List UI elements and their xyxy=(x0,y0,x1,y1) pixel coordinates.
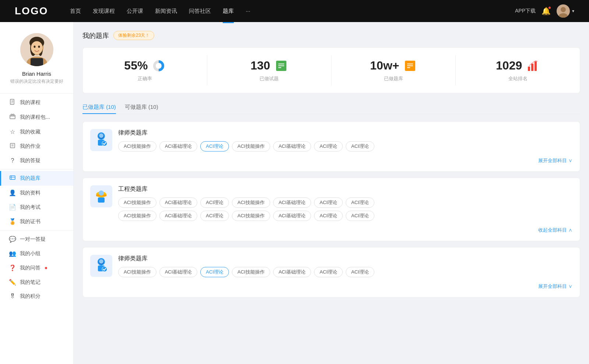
nav-home[interactable]: 首页 xyxy=(70,6,81,16)
tag-item[interactable]: ACI基础理论 xyxy=(159,141,198,151)
sidebar-item-label: 我的题库 xyxy=(20,175,40,182)
sidebar-item-points[interactable]: 🎖 我的积分 xyxy=(0,289,73,303)
page-header: 我的题库 体验剩余23天！ xyxy=(82,31,580,40)
svg-rect-21 xyxy=(10,143,15,148)
stat-number: 130 xyxy=(250,59,270,72)
notification-dot xyxy=(549,7,551,9)
sidebar-item-my-courses[interactable]: 我的课程 xyxy=(0,95,73,110)
user-motto: 错误的决定比没有决定要好 xyxy=(7,78,67,85)
sidebar-item-profile[interactable]: 👤 我的资料 xyxy=(0,186,73,200)
svg-rect-12 xyxy=(31,58,43,66)
sidebar: Brian Harris 错误的决定比没有决定要好 我的课程 我的课程包... … xyxy=(0,22,74,364)
sidebar-item-1v1-qa[interactable]: 💬 一对一答疑 xyxy=(0,232,73,246)
course-package-icon xyxy=(9,114,16,121)
stats-row: 55% 正确率 130 xyxy=(82,47,580,93)
tag-item[interactable]: ACI技能操作 xyxy=(232,141,270,151)
sidebar-item-course-package[interactable]: 我的课程包... xyxy=(0,110,73,125)
nav-more[interactable]: ··· xyxy=(246,6,250,16)
tag-item[interactable]: ACI理论 xyxy=(346,211,374,221)
tag-item[interactable]: ACI基础理论 xyxy=(273,197,311,208)
tag-item[interactable]: ACI理论 xyxy=(314,197,343,208)
stat-number: 55% xyxy=(124,59,148,72)
sidebar-item-group[interactable]: 👥 我的小组 xyxy=(0,246,73,261)
tags-row: ACI技能操作 ACI基础理论 ACI理论 ACI技能操作 ACI基础理论 AC… xyxy=(118,267,572,277)
sidebar-divider-1 xyxy=(0,93,73,94)
svg-rect-37 xyxy=(528,67,530,71)
tab-done-banks[interactable]: 已做题库 (10) xyxy=(82,101,116,114)
tag-item[interactable]: ACI理论 xyxy=(314,211,343,221)
stat-label: 正确率 xyxy=(138,75,152,82)
svg-point-1 xyxy=(561,7,566,12)
sidebar-item-qa[interactable]: ? 我的答疑 xyxy=(0,154,73,168)
stat-top: 55% xyxy=(124,59,165,72)
tags-row-2: ACI技能操作 ACI基础理论 ACI理论 ACI技能操作 ACI基础理论 AC… xyxy=(118,211,572,221)
tag-item[interactable]: ACI理论 xyxy=(314,267,343,277)
nav-qbank[interactable]: 题库 xyxy=(223,6,234,16)
sidebar-item-favorites[interactable]: ☆ 我的收藏 xyxy=(0,125,73,139)
svg-point-10 xyxy=(33,46,35,48)
tag-item[interactable]: ACI理论 xyxy=(346,197,374,208)
sidebar-item-exam[interactable]: 📄 我的考试 xyxy=(0,200,73,214)
sidebar-item-label: 我的笔记 xyxy=(20,279,40,286)
qbank-card-lawyer-2: 律师类题库 ACI技能操作 ACI基础理论 ACI理论 ACI技能操作 ACI基… xyxy=(82,247,580,297)
qbank-card-header: 律师类题库 ACI技能操作 ACI基础理论 ACI理论 ACI技能操作 ACI基… xyxy=(90,129,572,151)
collapse-link[interactable]: 收起全部科目 ∧ xyxy=(90,227,572,233)
tag-item[interactable]: ACI技能操作 xyxy=(118,197,156,208)
nav-news[interactable]: 新闻资讯 xyxy=(155,6,177,16)
sidebar-item-label: 我的作业 xyxy=(20,143,40,150)
homework-icon xyxy=(9,143,16,150)
tag-item[interactable]: ACI理论 xyxy=(346,267,374,277)
nav-qa[interactable]: 问答社区 xyxy=(189,6,211,16)
stat-top: 1029 xyxy=(496,59,540,72)
tag-item[interactable]: ACI理论 xyxy=(200,211,229,221)
sidebar-item-notes[interactable]: ✏️ 我的笔记 xyxy=(0,275,73,289)
note-orange-icon xyxy=(403,59,417,72)
tag-item[interactable]: ACI基础理论 xyxy=(159,197,198,208)
sidebar-item-label: 我的问答 xyxy=(20,265,40,271)
svg-point-42 xyxy=(99,133,103,138)
app-download-link[interactable]: APP下载 xyxy=(515,8,536,14)
tag-item[interactable]: ACI技能操作 xyxy=(118,211,156,221)
certificate-icon: 🏅 xyxy=(9,218,16,225)
sidebar-item-certificate[interactable]: 🏅 我的证书 xyxy=(0,214,73,229)
sidebar-avatar xyxy=(20,33,53,66)
expand-link[interactable]: 展开全部科目 ∨ xyxy=(90,157,572,164)
sidebar-item-my-qa[interactable]: ❓ 我的问答 xyxy=(0,261,73,275)
svg-point-28 xyxy=(156,63,162,69)
tag-item[interactable]: ACI理论 xyxy=(346,141,374,151)
tag-item[interactable]: ACI基础理论 xyxy=(273,141,311,151)
profile-icon: 👤 xyxy=(9,189,16,196)
sidebar-item-label: 我的课程 xyxy=(20,99,40,106)
avatar xyxy=(557,4,570,18)
sidebar-item-question-bank[interactable]: 我的题库 xyxy=(0,171,73,186)
nav-opencourse[interactable]: 公开课 xyxy=(127,6,143,16)
notification-bell[interactable]: 🔔 xyxy=(542,7,551,15)
tag-item[interactable]: ACI基础理论 xyxy=(159,211,198,221)
course-icon xyxy=(9,99,16,106)
user-avatar-menu[interactable]: ▾ xyxy=(557,4,574,18)
tag-item[interactable]: ACI技能操作 xyxy=(232,211,270,221)
tag-item[interactable]: ACI技能操作 xyxy=(232,197,270,208)
sidebar-item-label: 一对一答疑 xyxy=(20,236,46,243)
tag-item[interactable]: ACI理论 xyxy=(200,197,229,208)
logo[interactable]: LOGO xyxy=(15,5,48,17)
notes-icon: ✏️ xyxy=(9,279,16,286)
tag-item[interactable]: ACI技能操作 xyxy=(118,267,156,277)
tag-item[interactable]: ACI技能操作 xyxy=(118,141,156,151)
tag-item[interactable]: ACI基础理论 xyxy=(273,211,311,221)
tag-item[interactable]: ACI技能操作 xyxy=(232,267,270,277)
star-icon: ☆ xyxy=(9,128,16,135)
tab-available-banks[interactable]: 可做题库 (10) xyxy=(125,101,158,114)
sidebar-item-label: 我的小组 xyxy=(20,250,40,257)
tag-item[interactable]: ACI理论 xyxy=(314,141,343,151)
tag-item-active[interactable]: ACI理论 xyxy=(200,141,229,151)
tag-item[interactable]: ACI基础理论 xyxy=(273,267,311,277)
trial-badge: 体验剩余23天！ xyxy=(113,31,154,40)
expand-link-2[interactable]: 展开全部科目 ∨ xyxy=(90,283,572,290)
nav-discover[interactable]: 发现课程 xyxy=(93,6,115,16)
sidebar-item-homework[interactable]: 我的作业 xyxy=(0,139,73,154)
svg-point-11 xyxy=(38,46,40,48)
tag-item-active[interactable]: ACI理论 xyxy=(200,267,229,277)
stat-top: 10w+ xyxy=(370,59,417,72)
tag-item[interactable]: ACI基础理论 xyxy=(159,267,198,277)
